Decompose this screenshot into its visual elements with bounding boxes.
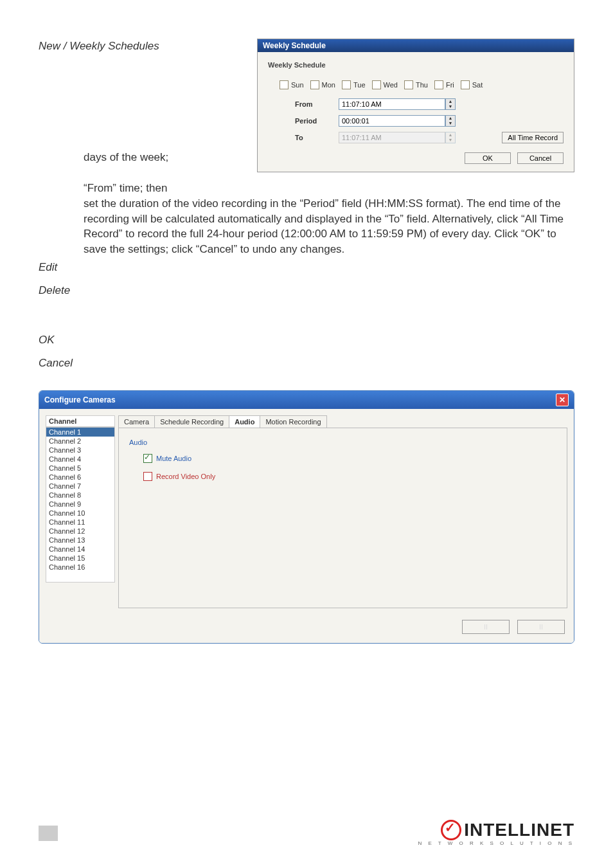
checkbox-icon[interactable] xyxy=(434,80,443,89)
day-wed[interactable]: Wed xyxy=(372,80,398,89)
channel-list[interactable]: Channel 1Channel 2Channel 3Channel 4Chan… xyxy=(46,427,115,583)
checkbox-icon[interactable] xyxy=(342,80,351,89)
tab-audio[interactable]: Audio xyxy=(229,415,260,428)
body-line-from: “From” time; then xyxy=(84,181,574,196)
channel-item[interactable]: Channel 14 xyxy=(46,545,114,554)
period-input[interactable] xyxy=(339,115,445,127)
channel-item[interactable]: Channel 7 xyxy=(46,482,114,491)
channel-item[interactable]: Channel 15 xyxy=(46,554,114,563)
config-title: Configure Cameras xyxy=(44,395,116,404)
from-input[interactable] xyxy=(339,98,445,110)
brand-name: INTELLINET xyxy=(464,820,574,840)
checkbox-icon[interactable] xyxy=(461,80,470,89)
ok-label: OK xyxy=(39,334,55,346)
to-input xyxy=(339,132,445,143)
day-mon[interactable]: Mon xyxy=(310,80,335,89)
channel-header: Channel xyxy=(46,415,115,427)
channel-item[interactable]: Channel 6 xyxy=(46,473,114,482)
ok-button[interactable]: OK xyxy=(465,152,511,164)
dialog-blur-button-1[interactable]: II xyxy=(462,620,510,634)
channel-item[interactable]: Channel 12 xyxy=(46,527,114,536)
day-tue[interactable]: Tue xyxy=(342,80,366,89)
mute-audio-checkbox[interactable] xyxy=(143,454,152,463)
day-label: Mon xyxy=(322,81,335,89)
day-label: Thu xyxy=(416,81,428,89)
to-label: To xyxy=(295,134,339,141)
tab-schedule-recording[interactable]: Schedule Recording xyxy=(154,415,229,428)
dialog-blur-button-2[interactable]: II xyxy=(517,620,565,634)
body-paragraph: set the duration of the video recording … xyxy=(84,196,574,257)
channel-item[interactable]: Channel 1 xyxy=(46,428,114,437)
channel-item[interactable]: Channel 3 xyxy=(46,446,114,455)
day-label: Sat xyxy=(472,81,483,89)
day-thu[interactable]: Thu xyxy=(404,80,428,89)
day-label: Tue xyxy=(353,81,366,89)
channel-item[interactable]: Channel 5 xyxy=(46,464,114,473)
cancel-dash: — Click to undo any changes. xyxy=(73,357,221,369)
weekly-schedule-dialog: Weekly Schedule Weekly Schedule SunMonTu… xyxy=(257,39,574,172)
record-video-only-label: Record Video Only xyxy=(156,473,215,480)
record-video-only-checkbox[interactable] xyxy=(143,472,152,481)
day-sun[interactable]: Sun xyxy=(280,80,304,89)
section-title: Weekly Schedule xyxy=(268,61,564,69)
mute-audio-label: Mute Audio xyxy=(156,455,191,462)
close-icon[interactable]: ✕ xyxy=(556,393,569,406)
checkbox-icon[interactable] xyxy=(310,80,319,89)
checkbox-icon[interactable] xyxy=(372,80,381,89)
dialog-title: Weekly Schedule xyxy=(258,39,574,52)
checkbox-icon[interactable] xyxy=(280,80,289,89)
channel-item[interactable]: Channel 8 xyxy=(46,491,114,500)
tab-motion-recording[interactable]: Motion Recording xyxy=(260,415,326,428)
channel-item[interactable]: Channel 2 xyxy=(46,437,114,446)
day-label: Sun xyxy=(291,81,304,89)
cancel-label: Cancel xyxy=(39,357,73,369)
period-label: Period xyxy=(295,117,339,125)
cancel-button[interactable]: Cancel xyxy=(517,152,564,164)
channel-item[interactable]: Channel 11 xyxy=(46,518,114,527)
brand-check-icon xyxy=(441,820,461,840)
day-fri[interactable]: Fri xyxy=(434,80,454,89)
delete-label: Delete xyxy=(39,284,70,296)
checkbox-icon[interactable] xyxy=(404,80,413,89)
channel-item[interactable]: Channel 4 xyxy=(46,455,114,464)
all-time-record-button[interactable]: All Time Record xyxy=(502,132,564,143)
channel-item[interactable]: Channel 10 xyxy=(46,509,114,518)
edit-dash: — Select a schedule and click to display… xyxy=(57,261,454,273)
channel-item[interactable]: Channel 9 xyxy=(46,500,114,509)
configure-cameras-dialog: Configure Cameras ✕ Channel Channel 1Cha… xyxy=(39,390,574,644)
day-label: Wed xyxy=(384,81,398,89)
day-label: Fri xyxy=(446,81,454,89)
delete-dash: — Click to remove a selected/highlighted… xyxy=(39,284,567,312)
new-label: New / Weekly Schedules xyxy=(39,40,159,52)
channel-item[interactable]: Channel 16 xyxy=(46,563,114,572)
to-spinner: ▲▼ xyxy=(445,132,456,143)
edit-label: Edit xyxy=(39,261,57,273)
period-spinner[interactable]: ▲▼ xyxy=(445,115,456,127)
tab-camera[interactable]: Camera xyxy=(118,415,155,428)
page-number-box xyxy=(39,826,58,841)
brand-sub: N E T W O R K S O L U T I O N S xyxy=(418,840,574,846)
ok-dash: — Click to save settings. xyxy=(55,334,177,346)
from-label: From xyxy=(295,100,339,108)
channel-item[interactable]: Channel 13 xyxy=(46,536,114,545)
day-sat[interactable]: Sat xyxy=(461,80,483,89)
audio-group-label: Audio xyxy=(129,439,556,446)
from-spinner[interactable]: ▲▼ xyxy=(445,98,456,110)
